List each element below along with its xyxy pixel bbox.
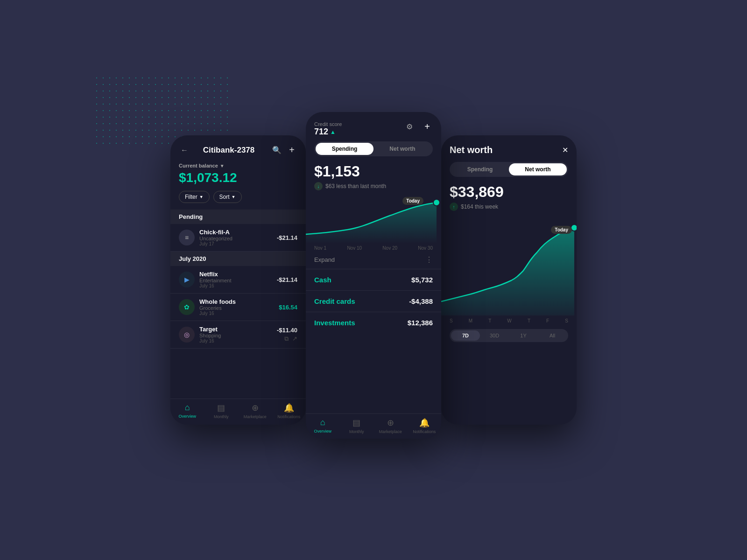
chart-label-nov30: Nov 30 (418, 245, 433, 251)
time-range-bar: 7D 30D 1Y All (450, 329, 568, 342)
account-value-investments: $12,386 (408, 319, 433, 327)
account-row-investments[interactable]: Investments $12,386 (306, 312, 441, 333)
spending-net-toggle: Spending Net worth (314, 141, 433, 156)
account-row-cash[interactable]: Cash $5,732 (306, 269, 441, 290)
center-header: Credit score 712 ▲ ⚙ + (306, 112, 441, 141)
marketplace-icon: ⊕ (387, 418, 394, 428)
nav-label-overview: Overview (178, 414, 196, 419)
table-row: ✿ Whole foods Groceries July 16 $16.54 (170, 294, 306, 321)
right-phone: Net worth ✕ Spending Net worth $33,869 ↑… (441, 135, 577, 425)
share-icon[interactable]: ↗ (292, 335, 297, 343)
transaction-amount: $16.54 (279, 304, 297, 311)
tab-net-worth[interactable]: Net worth (374, 143, 431, 155)
table-row: ≡ Chick-fil-A Uncategorized July 17 -$21… (170, 224, 306, 252)
center-bottom-nav: ⌂ Overview ▤ Monthly ⊕ Marketplace 🔔 Not… (306, 413, 441, 439)
home-icon: ⌂ (185, 403, 190, 413)
transaction-info: Target Shopping July 16 (199, 326, 272, 343)
transaction-date: July 16 (199, 283, 272, 288)
credit-up-arrow-icon: ▲ (330, 129, 336, 135)
filter-chevron-icon: ▼ (199, 195, 204, 199)
monthly-icon: ▤ (352, 418, 360, 428)
transaction-name: Netflix (199, 271, 272, 278)
right-today-bubble: Today (551, 226, 572, 234)
nav-item-marketplace[interactable]: ⊕ Marketplace (374, 418, 408, 434)
more-options-icon[interactable]: ⋮ (425, 255, 433, 264)
chart-x-labels: Nov 1 Nov 10 Nov 20 Nov 30 (306, 244, 441, 251)
back-button[interactable]: ← (179, 146, 190, 154)
credit-value: 712 ▲ (314, 127, 400, 137)
networth-section: $33,869 ↑ $164 this week (441, 183, 577, 217)
right-tab-net-worth[interactable]: Net worth (509, 163, 567, 175)
left-phone-title: Citibank-2378 (194, 146, 264, 155)
account-row-credit[interactable]: Credit cards -$4,388 (306, 290, 441, 312)
chart-label-nov10: Nov 10 (347, 245, 362, 251)
settings-icon[interactable]: ⚙ (404, 122, 415, 131)
spending-value: $1,153 (314, 163, 433, 180)
transaction-icon: ✿ (179, 299, 195, 315)
nav-item-marketplace[interactable]: ⊕ Marketplace (238, 403, 272, 419)
day-f: F (546, 318, 549, 323)
left-phone: ← Citibank-2378 🔍 + Current balance ▼ $1… (170, 135, 306, 425)
account-value-credit: -$4,388 (409, 297, 433, 305)
left-phone-header: ← Citibank-2378 🔍 + (170, 135, 306, 161)
right-spending-net-toggle: Spending Net worth (450, 162, 568, 177)
table-row: ◎ Target Shopping July 16 -$11.40 ⧉ ↗ (170, 321, 306, 349)
chart-label-nov20: Nov 20 (382, 245, 397, 251)
account-name-credit: Credit cards (314, 297, 355, 305)
nav-label-notifications: Notifications (277, 414, 300, 419)
july-section-label: July 2020 (170, 252, 306, 266)
nav-label-notifications: Notifications (413, 429, 436, 434)
filter-button[interactable]: Filter ▼ (179, 191, 210, 203)
center-header-icons: ⚙ + (404, 121, 433, 132)
search-icon[interactable]: 🔍 (271, 146, 282, 154)
copy-icon[interactable]: ⧉ (284, 335, 289, 343)
range-30d[interactable]: 30D (480, 330, 509, 341)
day-s2: S (565, 318, 568, 323)
nav-item-monthly[interactable]: ▤ Monthly (340, 418, 374, 434)
bell-icon: 🔔 (419, 418, 430, 428)
svg-point-0 (433, 199, 440, 206)
nav-item-overview[interactable]: ⌂ Overview (170, 403, 204, 419)
nav-item-monthly[interactable]: ▤ Monthly (204, 403, 239, 419)
day-t1: T (488, 318, 491, 323)
close-button[interactable]: ✕ (562, 146, 568, 154)
nav-item-notifications[interactable]: 🔔 Notifications (272, 403, 306, 419)
transaction-info: Netflix Entertainment July 16 (199, 271, 272, 288)
add-icon[interactable]: + (286, 145, 297, 155)
transaction-icon: ≡ (179, 230, 195, 245)
phones-container: ← Citibank-2378 🔍 + Current balance ▼ $1… (170, 121, 577, 439)
transaction-date: July 17 (199, 241, 272, 246)
account-name-investments: Investments (314, 319, 355, 327)
networth-value: $33,869 (450, 183, 568, 201)
expand-button[interactable]: Expand (314, 256, 335, 263)
chart-label-nov1: Nov 1 (314, 245, 326, 251)
nav-item-overview[interactable]: ⌂ Overview (306, 418, 340, 434)
nav-item-notifications[interactable]: 🔔 Notifications (408, 418, 442, 434)
home-icon: ⌂ (320, 418, 325, 427)
add-icon[interactable]: + (422, 121, 433, 132)
transaction-amount: -$21.14 (277, 234, 297, 241)
networth-chart: Today (441, 222, 577, 315)
range-1y[interactable]: 1Y (509, 330, 538, 341)
sort-button[interactable]: Sort ▼ (213, 191, 242, 203)
networth-subtitle: ↑ $164 this week (450, 203, 568, 211)
left-bottom-nav: ⌂ Overview ▤ Monthly ⊕ Marketplace 🔔 Not… (170, 399, 306, 425)
range-7d[interactable]: 7D (451, 330, 480, 341)
nav-label-monthly: Monthly (214, 414, 229, 419)
transaction-name: Whole foods (199, 298, 274, 305)
spending-sub-text: $63 less than last month (325, 183, 386, 189)
credit-score-block: Credit score 712 ▲ (314, 121, 400, 137)
right-tab-spending[interactable]: Spending (451, 163, 509, 175)
balance-chevron-icon: ▼ (220, 163, 225, 168)
range-all[interactable]: All (538, 330, 567, 341)
tab-spending[interactable]: Spending (316, 143, 374, 155)
transaction-actions: ⧉ ↗ (284, 335, 297, 343)
transaction-date: July 16 (199, 338, 272, 343)
expand-row: Expand ⋮ (306, 251, 441, 269)
spending-chart: Today (306, 197, 441, 244)
nav-label-marketplace: Marketplace (379, 429, 402, 434)
right-phone-title: Net worth (450, 145, 493, 155)
nav-label-monthly: Monthly (349, 429, 364, 434)
day-labels: S M T W T F S (441, 315, 577, 326)
today-bubble: Today (402, 197, 423, 205)
